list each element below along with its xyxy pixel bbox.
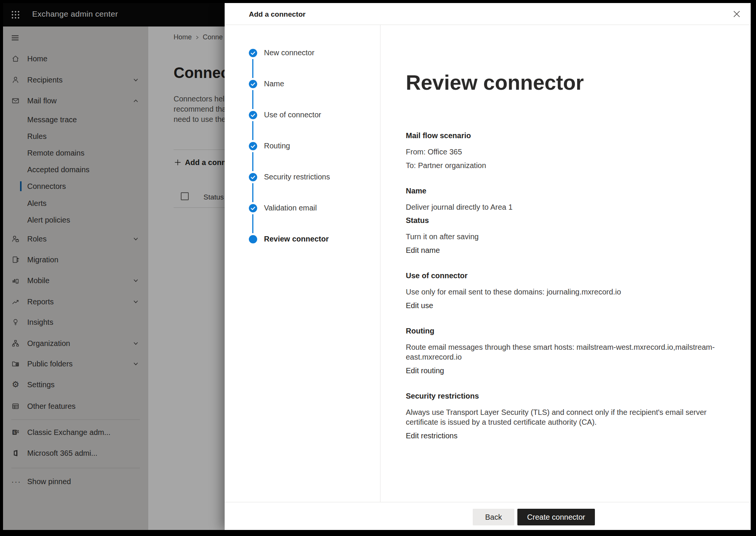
chevron-down-icon (133, 299, 138, 304)
sidebar-item-alert-policies[interactable]: Alert policies (3, 213, 148, 227)
sidebar-item-other-features[interactable]: Other features (3, 399, 148, 413)
person-icon (11, 76, 20, 84)
routing-line: east.mxrecord.io (406, 352, 720, 362)
chevron-down-icon (133, 278, 138, 283)
add-connector-button[interactable]: Add a conn (174, 157, 226, 168)
sidebar-item-insights[interactable]: Insights (3, 315, 148, 329)
sidebar-item-reports[interactable]: Reports (3, 295, 148, 309)
review-panel: Review connector Mail flow scenario From… (406, 70, 720, 457)
routing-value: Route email messages through these smart… (406, 342, 720, 362)
edit-name-link[interactable]: Edit name (406, 245, 720, 255)
step-complete-icon (249, 142, 257, 150)
status-column-header: Status (203, 193, 224, 201)
step-connector-line (252, 214, 253, 233)
section-mail-flow-scenario: Mail flow scenario From: Office 365 To: … (406, 131, 720, 170)
sidebar-item-organization[interactable]: Organization (3, 337, 148, 350)
sidebar-item-accepted-domains[interactable]: Accepted domains (3, 163, 148, 176)
section-security-restrictions: Security restrictions Always use Transpo… (406, 391, 720, 441)
wizard-divider (380, 25, 380, 502)
folder-globe-icon (11, 360, 20, 368)
section-heading: Use of connector (406, 271, 720, 280)
sidebar-item-show-pinned[interactable]: ··· Show pinned (3, 475, 148, 488)
select-all-checkbox[interactable] (181, 192, 189, 200)
breadcrumb-current-link[interactable]: Conne (203, 33, 223, 41)
review-title: Review connector (406, 70, 720, 95)
home-icon (11, 55, 20, 63)
classic-exchange-icon: E (11, 428, 20, 436)
sidebar-item-recipients[interactable]: Recipients (3, 73, 148, 87)
reports-icon (11, 298, 20, 306)
routing-line: Route email messages through these smart… (406, 342, 720, 352)
section-status: Status Turn it on after saving Edit name (406, 216, 720, 255)
sidebar-item-alerts[interactable]: Alerts (3, 196, 148, 210)
security-line: Always use Transport Layer Security (TLS… (406, 407, 720, 417)
edit-restrictions-link[interactable]: Edit restrictions (406, 431, 720, 441)
wizard-step-validation-email[interactable]: Validation email (225, 204, 376, 212)
section-heading: Routing (406, 326, 720, 335)
chevron-right-icon (195, 35, 199, 40)
left-nav: Home Recipients Mail flow Message trace … (3, 26, 148, 530)
mail-icon (11, 97, 20, 105)
sidebar-item-public-folders[interactable]: Public folders (3, 357, 148, 371)
sidebar-item-migration[interactable]: Migration (3, 253, 148, 266)
section-heading: Name (406, 186, 720, 195)
security-restrictions-value: Always use Transport Layer Security (TLS… (406, 407, 720, 427)
sidebar-item-home[interactable]: Home (3, 52, 148, 65)
create-connector-button[interactable]: Create connector (517, 509, 595, 525)
use-of-connector-value: Use only for email sent to these domains… (406, 287, 720, 297)
close-icon[interactable] (732, 9, 742, 19)
wizard-step-new-connector[interactable]: New connector (225, 49, 376, 57)
sidebar-item-settings[interactable]: ⚙ Settings (3, 378, 148, 391)
back-button[interactable]: Back (473, 509, 514, 525)
sidebar-item-mail-flow[interactable]: Mail flow (3, 94, 148, 108)
edit-routing-link[interactable]: Edit routing (406, 366, 720, 376)
sidebar-item-rules[interactable]: Rules (3, 129, 148, 143)
roles-icon (11, 235, 20, 243)
section-heading: Security restrictions (406, 391, 720, 400)
sidebar-item-microsoft-365-admin[interactable]: Microsoft 365 admi... (3, 446, 148, 460)
microsoft-365-icon (11, 449, 20, 457)
sidebar-item-remote-domains[interactable]: Remote domains (3, 146, 148, 160)
section-use-of-connector: Use of connector Use only for email sent… (406, 271, 720, 310)
edit-use-link[interactable]: Edit use (406, 301, 720, 310)
dialog-header-divider (225, 25, 751, 25)
chevron-up-icon (133, 98, 138, 103)
intro-line: need to use ther (174, 114, 229, 125)
sidebar-item-mobile[interactable]: Mobile (3, 274, 148, 287)
section-name: Name Deliver journal directly to Area 1 (406, 186, 720, 212)
status-value: Turn it on after saving (406, 232, 720, 242)
wizard-step-security-restrictions[interactable]: Security restrictions (225, 173, 376, 181)
step-complete-icon (249, 80, 257, 88)
step-connector-line (252, 121, 253, 140)
wizard-step-routing[interactable]: Routing (225, 142, 376, 150)
step-complete-icon (249, 173, 257, 181)
dialog-title: Add a connector (249, 10, 306, 19)
sidebar-item-classic-exchange-admin[interactable]: E Classic Exchange adm... (3, 425, 148, 439)
ellipsis-icon: ··· (11, 477, 20, 486)
section-heading: Mail flow scenario (406, 131, 720, 140)
step-complete-icon (249, 49, 257, 57)
sidebar-item-message-trace[interactable]: Message trace (3, 113, 148, 126)
app-launcher-icon[interactable] (11, 10, 20, 20)
step-connector-line (252, 90, 253, 109)
step-connector-line (252, 59, 253, 78)
screen-frame (0, 0, 3, 536)
chevron-down-icon (133, 77, 138, 83)
screen: Exchange admin center Home Recipients Ma… (0, 0, 756, 536)
step-connector-line (252, 183, 253, 202)
plus-icon (174, 158, 182, 167)
selected-indicator (20, 181, 22, 191)
app-title: Exchange admin center (32, 9, 118, 19)
page-intro: Connectors help recommend that need to u… (174, 94, 229, 125)
migration-icon (11, 256, 20, 264)
section-heading: Status (406, 216, 720, 225)
wizard-step-use-of-connector[interactable]: Use of connector (225, 111, 376, 119)
sidebar-item-connectors[interactable]: Connectors (3, 179, 148, 193)
hamburger-menu-icon[interactable] (11, 33, 20, 42)
breadcrumb-home-link[interactable]: Home (174, 33, 192, 41)
wizard-step-name[interactable]: Name (225, 80, 376, 88)
mobile-icon (11, 276, 20, 285)
sidebar-item-roles[interactable]: Roles (3, 232, 148, 246)
wizard-step-review-connector[interactable]: Review connector (225, 235, 376, 243)
screen-frame (0, 530, 756, 536)
